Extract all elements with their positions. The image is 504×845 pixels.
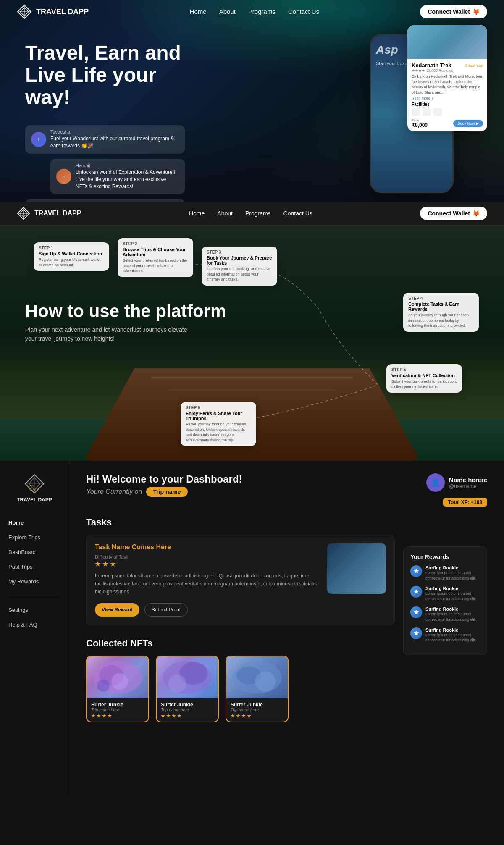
nav-about[interactable]: About <box>219 8 236 15</box>
hero-content: Travel, Earn and Live Life your way! T T… <box>0 0 210 202</box>
currently-on-text: Youre Currently on <box>86 488 142 496</box>
reward-info-1: Surfing Rookie Lorem ipsum dolor sit ame… <box>425 565 480 581</box>
facility-2 <box>423 108 431 116</box>
sidebar: TRAVEL DAPP Home Explore Trips DashBoard… <box>0 461 69 797</box>
site-name: TRAVEL DAPP <box>36 8 89 16</box>
logo-icon <box>17 4 32 19</box>
task-image-bg <box>327 543 386 594</box>
avatar-harshit: H <box>56 169 71 184</box>
step-6-title: Enjoy Perks & Share Your Triumphs <box>186 411 251 421</box>
step-1: STEP 1 Sign Up & Wallet Connection Regis… <box>34 242 109 271</box>
task-card: Task Name Comes Here Difficulty of Task … <box>86 535 395 625</box>
hero-title: Travel, Earn and Live Life your way! <box>25 42 185 108</box>
nft-svg-2 <box>157 656 218 698</box>
book-now-button[interactable]: Book Now ▶ <box>453 120 483 127</box>
reward-info-3: Surfing Rookie Lorem ipsum dolor sit ame… <box>425 606 480 622</box>
step-4: STEP 4 Complete Tasks & Earn Rewards As … <box>403 293 479 332</box>
sidebar-item-past-trips[interactable]: Past Trips <box>0 559 69 574</box>
sidebar-item-dashboard[interactable]: DashBoard <box>0 545 69 559</box>
dashboard-content: Tasks Task Name Comes Here Difficulty of… <box>86 517 487 722</box>
navbar-primary: TRAVEL DAPP Home About Programs Contact … <box>0 0 504 24</box>
connect-wallet-button-2[interactable]: Connect Wallet 🦊 <box>420 207 487 220</box>
reward-1: Surfing Rookie Lorem ipsum dolor sit ame… <box>410 565 480 581</box>
step-3-num: STEP 3 <box>207 250 272 255</box>
reward-icon-1 <box>410 565 422 577</box>
logo-icon-2 <box>17 207 30 220</box>
site-logo-2: TRAVEL DAPP <box>17 207 81 220</box>
user-info: 👤 Name herere @username <box>426 473 487 492</box>
svg-marker-24 <box>414 569 419 573</box>
tasks-title: Tasks <box>86 517 395 528</box>
dash-header: Hi! Welcome to your Dashboard! Youre Cur… <box>86 473 487 507</box>
nav-home[interactable]: Home <box>190 8 207 15</box>
svg-marker-25 <box>414 589 419 594</box>
xp-badge: Total XP: +103 <box>443 498 487 507</box>
sidebar-item-my-rewards[interactable]: My Rewards <box>0 574 69 589</box>
nft-stars-1 <box>91 714 144 718</box>
step-6-num: STEP 6 <box>186 405 251 410</box>
sidebar-divider <box>8 596 60 596</box>
navbar-secondary: TRAVEL DAPP Home About Programs Contact … <box>0 202 504 226</box>
connect-wallet-button[interactable]: Connect Wallet 🦊 <box>420 5 487 18</box>
reward-badge-icon-1 <box>413 568 419 574</box>
sidebar-item-help[interactable]: Help & FAQ <box>0 617 69 632</box>
step-2-title: Browse Trips & Choose Your Adventure <box>123 247 188 257</box>
nft-svg-3 <box>226 656 288 698</box>
reward-badge-icon-3 <box>413 609 419 615</box>
facility-1 <box>412 108 420 116</box>
step-1-desc: Register using your Metamask wallet or c… <box>39 257 104 268</box>
reward-desc-3: Lorem ipsum dolor sit amet consectetur t… <box>425 611 480 622</box>
reward-name-3: Surfing Rookie <box>425 606 480 611</box>
view-reward-button[interactable]: View Reward <box>95 603 139 617</box>
star-1 <box>95 561 101 567</box>
nft-stars-3 <box>231 714 284 718</box>
sidebar-item-settings[interactable]: Settings <box>0 603 69 617</box>
task-card-left: Task Name Comes Here Difficulty of Task … <box>95 543 319 617</box>
step-6-desc: As you journey through your chosen desti… <box>186 422 251 443</box>
dashboard-main: Hi! Welcome to your Dashboard! Youre Cur… <box>69 461 504 797</box>
nav-contact[interactable]: Contact Us <box>288 8 319 15</box>
nav2-about[interactable]: About <box>217 210 233 217</box>
user-avatar: 👤 <box>426 473 445 492</box>
testimonial-2-name: Harshit <box>76 163 179 168</box>
rewards-panel: Your Rewards Surfing Rookie Lorem ipsum … <box>403 546 487 655</box>
sidebar-logo-text: TRAVEL DAPP <box>17 497 52 503</box>
nav2-home[interactable]: Home <box>189 210 205 217</box>
testimonial-2: H Harshit Unlock an world of Exploration… <box>50 159 185 194</box>
step-2: STEP 2 Browse Trips & Choose Your Advent… <box>118 238 193 277</box>
trip-card: Kedarnath Trek Show map ★★★★ 13,000 Revi… <box>407 25 487 131</box>
nav-programs[interactable]: Programs <box>248 8 276 15</box>
svg-marker-27 <box>414 631 419 635</box>
task-actions: View Reward Submit Proof <box>95 603 319 617</box>
step-5-title: Verification & NFT Collection <box>391 373 457 378</box>
reward-info-4: Surfing Rookie Lorem ipsum dolor sit ame… <box>425 627 480 643</box>
read-more-link[interactable]: Read more ∨ <box>412 96 483 100</box>
difficulty-stars <box>95 561 319 567</box>
nav2-programs[interactable]: Programs <box>245 210 271 217</box>
testimonial-2-text: Unlock an world of Exploration & Adventu… <box>76 169 179 190</box>
svg-point-17 <box>97 679 109 691</box>
task-card-image <box>327 543 386 594</box>
nft-info-3: Surfer Junkie Trip name here <box>226 698 288 722</box>
sidebar-nav: Home Explore Trips DashBoard Past Trips … <box>0 515 69 589</box>
submit-proof-button[interactable]: Submit Proof <box>144 603 188 617</box>
sidebar-item-explore[interactable]: Explore Trips <box>0 530 69 545</box>
step-2-num: STEP 2 <box>123 241 188 246</box>
user-name: Name herere <box>449 476 487 483</box>
nav2-contact[interactable]: Contact Us <box>284 210 312 217</box>
sidebar-item-home[interactable]: Home <box>0 515 69 530</box>
nft-card-2: Surfer Junkie Trip name here <box>156 656 219 722</box>
site-logo: TRAVEL DAPP <box>17 4 89 19</box>
nft-title: Collected NFTs <box>86 638 395 649</box>
show-map-link[interactable]: Show map <box>465 63 483 68</box>
reward-2: Surfing Rookie Lorem ipsum dolor sit ame… <box>410 586 480 601</box>
nft-trip-3: Trip name here <box>231 708 284 712</box>
nft-image-3 <box>226 656 288 698</box>
step-3-title: Book Your Journey & Prepare for Tasks <box>207 255 272 265</box>
step-1-num: STEP 1 <box>39 246 104 250</box>
reward-badge-icon-2 <box>413 589 419 595</box>
connect-wallet-label: Connect Wallet <box>428 8 470 15</box>
user-handle: @username <box>449 483 487 489</box>
how-section: How to use the platform Plan your next a… <box>0 226 504 461</box>
reward-info-2: Surfing Rookie Lorem ipsum dolor sit ame… <box>425 586 480 601</box>
